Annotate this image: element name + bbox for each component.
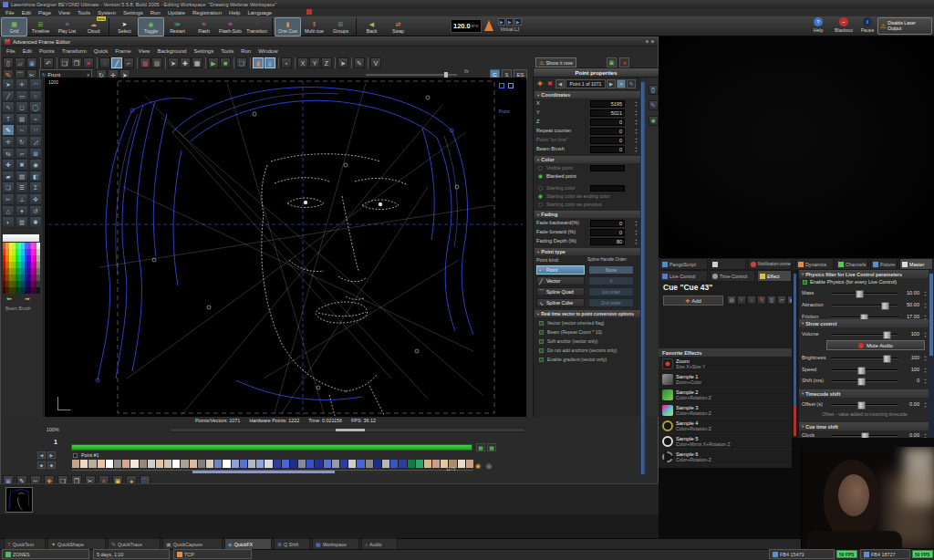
spinner[interactable]: ▴▾	[633, 145, 639, 154]
timeline-segment[interactable]	[324, 460, 331, 468]
timeline-scroll-handle[interactable]	[192, 471, 335, 473]
disable-laser-output-button[interactable]: ⚠ Disable Laser Output	[877, 17, 932, 35]
tab-effect[interactable]: Effect	[757, 270, 792, 282]
quicktab-audio[interactable]: ♪Audio	[361, 538, 398, 549]
timeline-segment[interactable]	[458, 460, 465, 468]
slider-handle[interactable]	[883, 331, 891, 339]
value-input[interactable]: 0	[590, 119, 625, 126]
help-button[interactable]: ? Help	[806, 17, 830, 33]
frame-canvas[interactable]: 1200 Front	[45, 78, 526, 417]
favorite-effect-sample-3[interactable]: Sample 3Color+Rotation-Z	[659, 403, 792, 419]
panel-scrollbar[interactable]	[640, 81, 646, 475]
ellipse-tool[interactable]: ◯	[29, 101, 42, 113]
spinner[interactable]: ▴▾	[922, 289, 929, 298]
timeline-scrollbar[interactable]	[72, 470, 473, 473]
timeline-segment[interactable]	[130, 460, 138, 468]
view-gizmo-icon[interactable]	[499, 83, 504, 88]
fill-tool[interactable]: ◧	[29, 171, 42, 182]
next-point-button[interactable]: ▶	[607, 79, 616, 88]
tolerance-slider[interactable]	[366, 74, 457, 76]
spray-tool[interactable]: ∷	[29, 124, 42, 136]
toolbar-grid-button[interactable]: ▦Grid	[1, 17, 27, 36]
dock-brush-icon[interactable]: ✎	[649, 100, 659, 110]
grid-tool[interactable]: ⊞	[29, 148, 42, 160]
palette-swatch[interactable]	[36, 255, 39, 262]
window-buttons[interactable]	[646, 40, 654, 43]
editor-menu-background[interactable]: Background	[153, 48, 190, 54]
editor-menu-file[interactable]: File	[3, 48, 19, 54]
spinner[interactable]: ▴▾	[922, 377, 929, 386]
tab-pangoscript[interactable]: PangoScript	[659, 258, 708, 270]
color-option-starting-color-as-ending-color[interactable]: Starting color as ending color	[534, 192, 641, 201]
timeline-segment[interactable]	[274, 460, 281, 468]
quicktab-quicktext[interactable]: TQuickText	[4, 538, 46, 549]
value-input[interactable]: 0	[590, 137, 625, 144]
delete-point-tool[interactable]: ✖	[16, 159, 28, 171]
conversion-header[interactable]: Real time vector to point conversion opt…	[534, 310, 640, 317]
measure-tool[interactable]: △	[2, 205, 15, 217]
metronome-icon[interactable]	[484, 20, 493, 31]
timeline-segment[interactable]	[290, 460, 297, 468]
slider-track[interactable]	[831, 380, 898, 382]
timeline-segment[interactable]	[306, 460, 314, 468]
timeline-segment[interactable]	[399, 460, 406, 468]
editor-menu-edit[interactable]: Edit	[19, 48, 36, 54]
spinner[interactable]: ▴▾	[633, 109, 639, 118]
add-point-button[interactable]: ✚	[180, 57, 191, 68]
dark-button[interactable]: ▪	[281, 57, 292, 68]
pause-button[interactable]: ‖ Pause	[856, 17, 879, 33]
comment-button[interactable]: ❑	[236, 57, 247, 68]
select-tool[interactable]: ➤	[2, 78, 15, 90]
spin-down-icon[interactable]: ▾	[636, 233, 638, 236]
physics-filter-header[interactable]: Physics filter for Live Control paramete…	[799, 270, 929, 278]
toolbar-select-button[interactable]: ➤Select	[111, 17, 138, 36]
timeline-segment[interactable]	[156, 460, 163, 468]
circle-tool[interactable]: ○	[29, 90, 42, 102]
freehand-tool[interactable]: ∼	[16, 124, 28, 136]
copy-button[interactable]: ❏	[59, 57, 70, 68]
undo-tool[interactable]: ↺	[29, 205, 42, 217]
mirror-tool[interactable]: ⇆	[2, 148, 15, 160]
remove-button[interactable]: ●	[619, 57, 629, 67]
timeline-segment[interactable]	[198, 460, 205, 468]
quicktab-quicktrace[interactable]: ✎QuickTrace	[108, 538, 161, 549]
favorite-effect-sample-1[interactable]: Sample 1Zoom+Color	[659, 372, 792, 388]
favorite-effect-sample-4[interactable]: Sample 4Color+Rotation-Z	[659, 419, 792, 434]
palette-swatch[interactable]	[36, 243, 39, 249]
timeline-segment[interactable]	[206, 460, 213, 468]
tab-channels[interactable]: Channels	[835, 258, 868, 270]
spinner[interactable]: ▴▾	[922, 301, 929, 310]
node-edit-tool[interactable]: ✛	[16, 78, 28, 90]
move-tool[interactable]: ✛	[2, 136, 15, 148]
timeline-segment[interactable]	[416, 460, 423, 468]
v-mode-button[interactable]: V	[370, 57, 381, 68]
scrollbar-handle[interactable]	[929, 274, 933, 356]
quicktab-quickshape[interactable]: ✦QuickShape	[47, 538, 106, 549]
cut-tool[interactable]: ✂	[2, 193, 15, 205]
brush-tool[interactable]: ▰	[2, 171, 15, 182]
dock-page-icon[interactable]: ▯	[649, 85, 659, 95]
editor-menu-view[interactable]: View	[135, 48, 154, 54]
divider-scrollbar[interactable]	[794, 274, 796, 406]
toolbar-multi-cue-button[interactable]: ‖Multi cue	[301, 17, 327, 36]
scrollbar-handle[interactable]	[336, 429, 365, 431]
delete-button[interactable]: ✕	[83, 57, 94, 68]
lock-z-button[interactable]: Z	[321, 57, 332, 68]
menu-view[interactable]: View	[55, 10, 74, 16]
fading-header[interactable]: Fading	[534, 211, 640, 218]
bpm-display[interactable]: 120.0 BPM	[451, 19, 482, 33]
toolbar-groups-button[interactable]: ⊞Groups	[327, 17, 354, 36]
zoom-out-icon[interactable]: ◎	[486, 462, 492, 470]
favorite-effect-sample-5[interactable]: Sample 5Color+Mirror X+Rotation Z	[659, 434, 792, 450]
toolbar-one-cue-button[interactable]: ▮One Cue	[275, 17, 301, 36]
slider-track[interactable]	[831, 358, 898, 359]
timeline-option-button-2[interactable]: ▦	[487, 443, 496, 451]
spline-order-none[interactable]: None	[588, 265, 634, 275]
delete-effect-button[interactable]: ↯	[757, 296, 766, 305]
dock-green-icon[interactable]: ■	[649, 116, 659, 126]
toolbar-cloud-button[interactable]: ☁betaCloud	[80, 17, 107, 36]
polyline-tool[interactable]: ∿	[2, 101, 15, 113]
value-input[interactable]: 80	[590, 238, 625, 245]
spin-down-icon[interactable]: ▾	[636, 131, 638, 135]
timecode-shift-header[interactable]: Timecode shift	[799, 389, 929, 398]
